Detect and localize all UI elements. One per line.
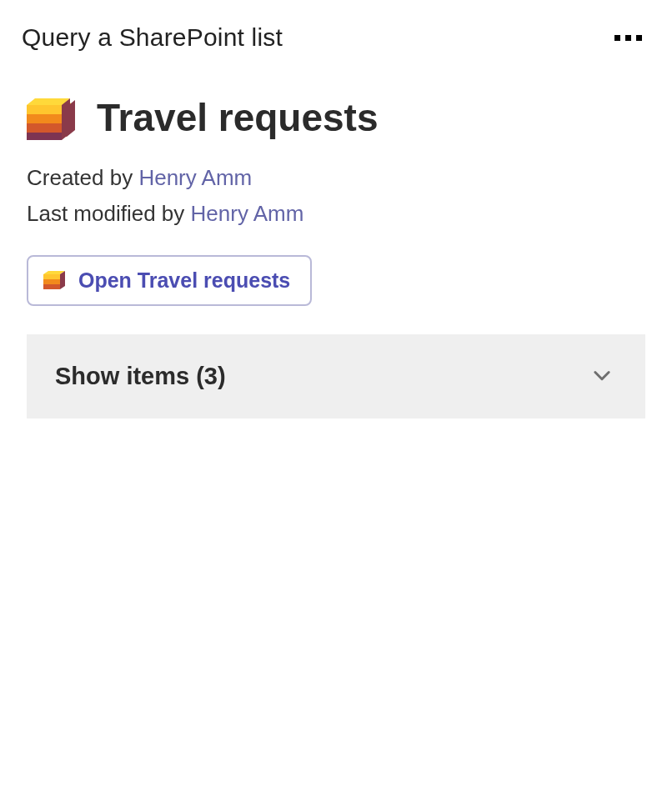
created-by-label: Created by bbox=[27, 165, 138, 190]
modified-by-link[interactable]: Henry Amm bbox=[191, 201, 304, 226]
page-title: Query a SharePoint list bbox=[22, 23, 283, 52]
open-list-label: Open Travel requests bbox=[78, 268, 290, 293]
dot-icon bbox=[625, 35, 631, 41]
svg-rect-9 bbox=[27, 105, 62, 114]
modified-by-row: Last modified by Henry Amm bbox=[27, 201, 645, 227]
sharepoint-list-icon bbox=[43, 269, 67, 293]
more-options-button[interactable] bbox=[609, 30, 647, 46]
show-items-expander[interactable]: Show items (3) bbox=[27, 334, 645, 419]
show-items-label: Show items (3) bbox=[55, 363, 226, 390]
sharepoint-list-icon bbox=[27, 93, 75, 142]
list-title: Travel requests bbox=[97, 98, 379, 137]
open-list-button[interactable]: Open Travel requests bbox=[27, 255, 312, 306]
svg-rect-12 bbox=[27, 133, 62, 140]
dot-icon bbox=[636, 35, 642, 41]
modified-by-label: Last modified by bbox=[27, 201, 191, 226]
svg-rect-15 bbox=[43, 274, 60, 279]
dot-icon bbox=[614, 35, 620, 41]
svg-rect-11 bbox=[27, 123, 62, 133]
svg-marker-13 bbox=[62, 98, 70, 140]
chevron-down-icon bbox=[590, 363, 614, 390]
created-by-row: Created by Henry Amm bbox=[27, 165, 645, 191]
svg-rect-16 bbox=[43, 279, 60, 284]
svg-rect-17 bbox=[43, 284, 60, 289]
created-by-link[interactable]: Henry Amm bbox=[138, 165, 252, 190]
svg-rect-10 bbox=[27, 114, 62, 123]
